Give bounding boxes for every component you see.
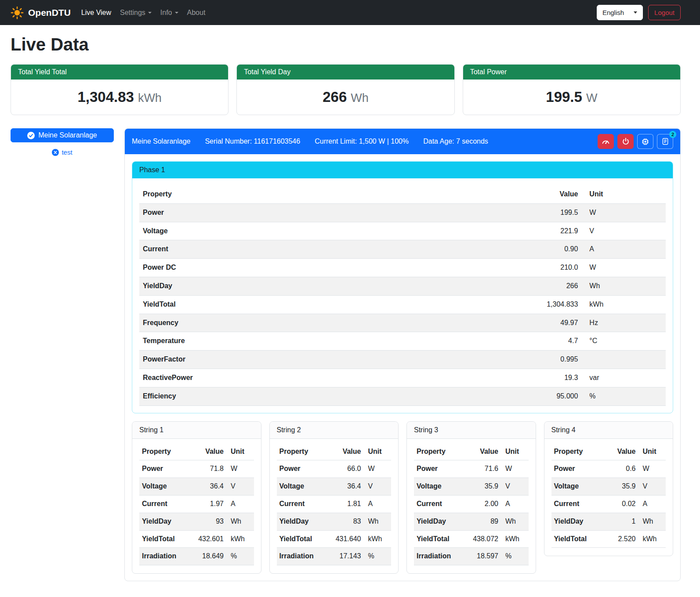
table-row: Current2.00A [414,495,529,513]
page-container: Live Data Total Yield Total 1,304.83kWh … [0,25,700,592]
strings-row: String 1 Property Value Unit Power71.8WV… [132,421,673,574]
table-header-row: Property Value Unit [139,443,254,460]
unit-cell: % [501,548,529,565]
property-cell: Power [277,460,326,478]
inverter-sidebar: Meine Solaranlage test [11,128,114,156]
table-row: Power71.8W [139,460,254,478]
table-row: Power DC210.0W [139,259,666,277]
table-row: YieldDay266Wh [139,277,666,295]
unit-cell: °C [581,332,666,351]
table-row: Voltage35.9V [414,478,529,496]
property-cell: Voltage [139,222,476,240]
property-cell: YieldDay [139,513,189,530]
col-value: Value [189,443,226,460]
nav-live-view[interactable]: Live View [77,5,116,20]
limit-settings-button[interactable] [598,134,614,149]
unit-cell: W [581,203,666,222]
value-cell: 93 [189,513,226,530]
value-cell: 431.640 [326,530,363,548]
card-title: Total Yield Day [237,65,454,80]
unit-cell: V [638,478,666,496]
total-yield-total-unit: kWh [138,91,162,105]
value-cell: 1,304.833 [476,295,582,314]
value-cell: 438.072 [463,530,501,548]
event-log-button[interactable]: 2 [657,134,673,149]
table-row: Irradiation17.143% [277,548,392,565]
nav-about[interactable]: About [183,5,210,20]
inverter-limit: Current Limit: 1,500 W | 100% [315,137,409,145]
table-row: Power0.6W [551,460,666,478]
value-cell: 4.7 [476,332,582,351]
property-cell: YieldDay [277,513,326,530]
table-row: Power66.0W [277,460,392,478]
unit-cell: kWh [226,530,254,548]
string-card: String 1 Property Value Unit Power71.8WV… [132,421,261,574]
nav-info[interactable]: Info [156,5,183,20]
unit-cell: W [501,460,529,478]
table-header-row: Property Value Unit [277,443,392,460]
unit-cell: A [638,495,666,513]
value-cell: 83 [326,513,363,530]
col-unit: Unit [638,443,666,460]
table-row: YieldTotal431.640kWh [277,530,392,548]
chevron-down-icon [148,12,152,14]
language-select[interactable]: English [597,5,643,20]
unit-cell: kWh [581,295,666,314]
value-cell: 18.597 [463,548,501,565]
language-value: English [602,9,624,16]
sidebar-item-test[interactable]: test [11,148,114,156]
table-row: Voltage221.9V [139,222,666,240]
table-header-row: Property Value Unit [414,443,529,460]
summary-row: Total Yield Total 1,304.83kWh Total Yiel… [11,64,681,115]
sidebar-item-label: test [62,148,72,156]
value-cell: 71.6 [463,460,501,478]
unit-cell: W [638,460,666,478]
string-card: String 4 Property Value Unit Power0.6WVo… [544,421,674,557]
phase-card-title: Phase 1 [132,162,673,178]
property-cell: Frequency [139,314,476,332]
chevron-down-icon [175,12,178,14]
event-count-badge: 2 [669,131,676,138]
power-toggle-button[interactable] [617,134,634,149]
value-cell: 49.97 [476,314,582,332]
property-cell: YieldTotal [551,530,605,548]
value-cell: 0.90 [476,240,582,259]
logout-button[interactable]: Logout [648,5,681,20]
nav-settings[interactable]: Settings [116,5,156,20]
col-property: Property [139,443,189,460]
col-value: Value [326,443,363,460]
unit-cell: Wh [226,513,254,530]
value-cell: 1.81 [326,495,363,513]
inverter-card-body: Phase 1 Property Value Unit Power199.5WV… [125,154,680,581]
phase-card: Phase 1 Property Value Unit Power199.5WV… [132,161,673,413]
property-cell: Voltage [139,478,189,496]
top-navbar: OpenDTU Live View Settings Info About En… [0,0,700,25]
table-row: YieldTotal438.072kWh [414,530,529,548]
table-row: PowerFactor0.995 [139,351,666,369]
phase-table-body: Power199.5WVoltage221.9VCurrent0.90APowe… [139,203,666,405]
card-total-yield-total: Total Yield Total 1,304.83kWh [11,64,228,115]
string-card-body: Property Value Unit Power0.6WVoltage35.9… [544,439,673,556]
value-cell: 71.8 [189,460,226,478]
sidebar-item-label: Meine Solaranlage [38,131,97,139]
card-body: 1,304.83kWh [11,80,228,115]
value-cell: 0.02 [605,495,638,513]
value-cell: 35.9 [463,478,501,496]
value-cell: 95.000 [476,387,582,405]
device-info-button[interactable] [637,134,653,149]
unit-cell: W [581,259,666,277]
string-card-title: String 3 [407,422,536,439]
unit-cell: Hz [581,314,666,332]
table-row: Efficiency95.000% [139,387,666,405]
total-yield-day-unit: Wh [351,91,369,105]
brand[interactable]: OpenDTU [11,6,71,19]
check-circle-icon [27,132,35,139]
total-power-unit: W [586,91,597,105]
table-row: Voltage36.4V [277,478,392,496]
sidebar-item-meine-solaranlage[interactable]: Meine Solaranlage [11,128,114,142]
unit-cell [581,351,666,369]
table-row: Voltage36.4V [139,478,254,496]
page-title: Live Data [11,35,681,54]
card-total-power: Total Power 199.5W [463,64,681,115]
unit-cell: % [581,387,666,405]
